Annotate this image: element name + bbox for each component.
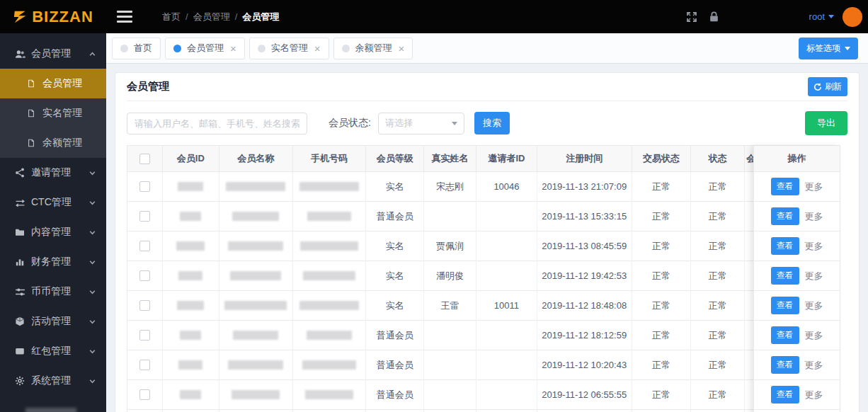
row-checkbox[interactable] xyxy=(139,330,150,341)
view-button[interactable]: 查看 xyxy=(771,178,799,195)
logo-text: BIZZAN xyxy=(32,8,93,26)
chevron-down-icon xyxy=(88,318,96,326)
row-checkbox[interactable] xyxy=(139,270,150,281)
sidebar-subitem-会员管理[interactable]: 会员管理 xyxy=(0,69,106,98)
tab-close-icon[interactable]: × xyxy=(230,43,236,54)
inviter-id: 10046 xyxy=(476,172,537,202)
view-button[interactable]: 查看 xyxy=(771,326,799,344)
tab-首页[interactable]: 首页 xyxy=(112,38,161,59)
sidebar-item-邀请管理[interactable]: 邀请管理 xyxy=(0,158,106,188)
view-button[interactable]: 查看 xyxy=(771,386,799,404)
view-button[interactable]: 查看 xyxy=(771,267,799,285)
real-name: 贾佩润 xyxy=(424,231,476,261)
search-button[interactable]: 搜索 xyxy=(474,112,510,135)
more-link[interactable]: 更多 xyxy=(805,329,823,342)
search-input[interactable] xyxy=(127,113,307,135)
more-link[interactable]: 更多 xyxy=(805,299,823,312)
topbar-right: root xyxy=(685,7,868,27)
chevron-down-icon xyxy=(828,15,834,18)
breadcrumb-item[interactable]: 会员管理 xyxy=(193,11,230,23)
row-checkbox[interactable] xyxy=(139,181,150,192)
checkbox-cell xyxy=(127,321,163,350)
status-select[interactable]: 请选择 xyxy=(378,113,464,135)
row-actions: 查看更多 xyxy=(754,231,840,261)
row-checkbox[interactable] xyxy=(139,360,150,370)
export-button[interactable]: 导出 xyxy=(805,111,847,135)
trade-status: 正常 xyxy=(632,172,692,202)
logo[interactable]: BIZZAN xyxy=(0,8,106,26)
member-name-redacted xyxy=(219,321,293,350)
phone-redacted xyxy=(293,231,367,261)
doc-icon xyxy=(25,139,37,147)
sidebar: 会员管理会员管理实名管理余额管理邀请管理CTC管理内容管理财务管理币币管理活动管… xyxy=(0,33,106,412)
more-link[interactable]: 更多 xyxy=(805,240,823,253)
chevron-down-icon xyxy=(88,229,96,236)
sidebar-item-CTC管理[interactable]: CTC管理 xyxy=(0,188,106,217)
more-link[interactable]: 更多 xyxy=(805,389,823,401)
more-link[interactable]: 更多 xyxy=(805,181,823,193)
tab-会员管理[interactable]: 会员管理× xyxy=(165,38,245,59)
table-row: 实名宋志刚100462019-11-13 21:07:09正常正常 xyxy=(127,172,840,202)
member-level: 实名 xyxy=(366,291,424,321)
real-name xyxy=(424,380,476,410)
column-header: 邀请者ID xyxy=(476,146,537,172)
sidebar-item-会员管理[interactable]: 会员管理 xyxy=(0,39,106,69)
menu-toggle-icon[interactable] xyxy=(117,10,134,24)
more-link[interactable]: 更多 xyxy=(805,210,823,223)
refresh-button[interactable]: 刷新 xyxy=(808,77,847,96)
sidebar-subitem-实名管理[interactable]: 实名管理 xyxy=(0,98,106,128)
more-link[interactable]: 更多 xyxy=(805,270,823,282)
status: 正常 xyxy=(691,380,745,410)
member-name-redacted xyxy=(219,350,293,380)
row-checkbox[interactable] xyxy=(139,241,150,251)
tab-余额管理[interactable]: 余额管理× xyxy=(333,38,413,59)
real-name xyxy=(424,350,476,380)
refresh-icon xyxy=(813,83,822,91)
tab-close-icon[interactable]: × xyxy=(399,43,405,54)
member-name-redacted xyxy=(219,261,293,291)
member-level: 实名 xyxy=(366,231,424,261)
inviter-id xyxy=(476,321,537,350)
fullscreen-icon[interactable] xyxy=(685,11,698,23)
member-name-redacted xyxy=(219,202,293,231)
more-link[interactable]: 更多 xyxy=(805,359,823,372)
row-checkbox[interactable] xyxy=(139,389,150,400)
status: 正常 xyxy=(691,202,745,231)
column-header: 注册时间 xyxy=(537,146,632,172)
tab-close-icon[interactable]: × xyxy=(314,43,321,54)
sidebar-item-活动管理[interactable]: 活动管理 xyxy=(0,307,106,336)
view-button[interactable]: 查看 xyxy=(771,356,799,374)
tag-options-button[interactable]: 标签选项 xyxy=(799,38,858,59)
avatar[interactable] xyxy=(843,7,862,27)
select-all-checkbox[interactable] xyxy=(139,154,150,164)
row-checkbox[interactable] xyxy=(139,300,150,311)
member-id-redacted xyxy=(163,172,219,202)
sidebar-item-红包管理[interactable]: 红包管理 xyxy=(0,336,106,366)
row-checkbox[interactable] xyxy=(139,211,150,222)
trade-status: 正常 xyxy=(632,202,692,231)
lock-icon[interactable] xyxy=(708,11,720,23)
phone-redacted xyxy=(293,380,367,410)
inviter-id xyxy=(476,380,537,410)
trade-status: 正常 xyxy=(632,321,692,350)
sidebar-item-系统管理[interactable]: 系统管理 xyxy=(0,366,106,396)
checkbox-cell xyxy=(127,172,163,202)
chevron-down-icon xyxy=(88,288,96,296)
inviter-id xyxy=(476,261,537,291)
user-menu[interactable]: root xyxy=(809,11,834,22)
view-button[interactable]: 查看 xyxy=(771,237,799,255)
tab-实名管理[interactable]: 实名管理× xyxy=(249,38,329,59)
trade-status: 正常 xyxy=(632,350,692,380)
phone-redacted xyxy=(293,291,367,321)
breadcrumb-item[interactable]: 首页 xyxy=(162,11,181,23)
view-button[interactable]: 查看 xyxy=(771,207,799,225)
sidebar-subitem-余额管理[interactable]: 余额管理 xyxy=(0,128,106,158)
table-row: 实名贾佩润2019-11-13 08:45:59正常正常 xyxy=(127,231,840,261)
sidebar-item-内容管理[interactable]: 内容管理 xyxy=(0,217,106,247)
sidebar-item-财务管理[interactable]: 财务管理 xyxy=(0,247,106,277)
chevron-up-icon xyxy=(88,50,96,58)
register-time: 2019-11-12 19:42:53 xyxy=(537,261,632,291)
sidebar-item-币币管理[interactable]: 币币管理 xyxy=(0,277,106,307)
chevron-down-icon xyxy=(88,199,96,207)
view-button[interactable]: 查看 xyxy=(771,297,799,314)
